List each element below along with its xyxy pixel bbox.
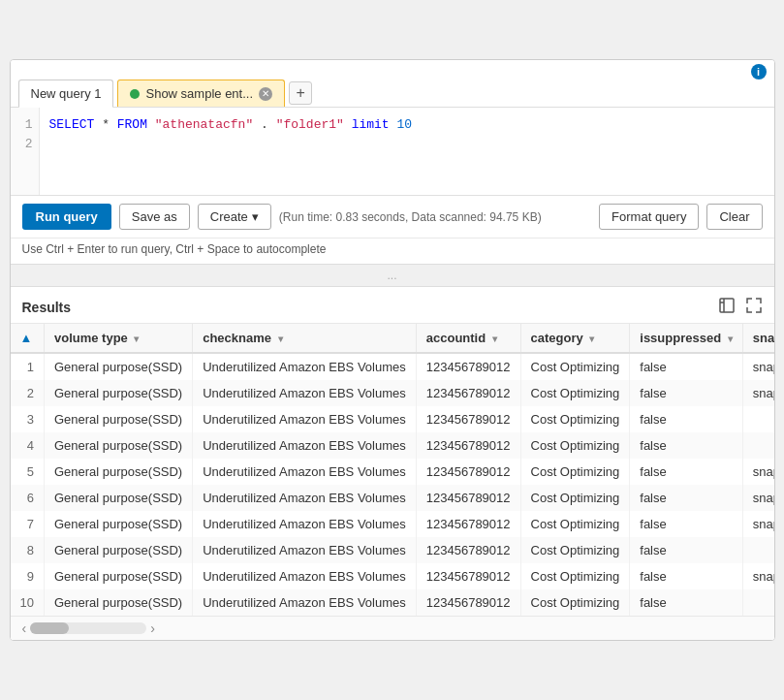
keyword-from: FROM (117, 117, 147, 132)
col-category[interactable]: category ▾ (520, 324, 630, 353)
expand-icon[interactable] (745, 297, 763, 317)
col-accountid[interactable]: accountid ▾ (416, 324, 520, 353)
line-numbers: 1 2 (11, 108, 40, 195)
results-icons (718, 297, 763, 317)
table-header-row: ▲ volume type ▾ checkname ▾ accountid (11, 324, 774, 353)
scroll-left-button[interactable]: ‹ (18, 620, 31, 636)
cell-volume-type-5: General purpose(SSD) (44, 485, 192, 511)
tab-sample[interactable]: Show sample ent... ✕ (117, 80, 285, 107)
tab-new-query-1[interactable]: New query 1 (18, 80, 114, 108)
cell-num-0: 1 (11, 353, 45, 380)
download-icon[interactable] (718, 297, 736, 317)
code-line-2 (49, 135, 765, 154)
run-query-button[interactable]: Run query (22, 204, 111, 230)
cell-volume-type-0: General purpose(SSD) (44, 353, 192, 380)
cell-checkname-3: Underutilized Amazon EBS Volumes (193, 432, 417, 459)
hint-bar: Use Ctrl + Enter to run query, Ctrl + Sp… (11, 239, 774, 264)
col-checkname[interactable]: checkname ▾ (193, 324, 417, 353)
cell-checkname-8: Underutilized Amazon EBS Volumes (193, 563, 417, 589)
cell-volume-type-1: General purpose(SSD) (44, 380, 192, 406)
info-icon[interactable]: i (751, 64, 767, 80)
cell-snapshot-7 (742, 537, 773, 563)
cell-accountid-2: 123456789012 (416, 406, 520, 432)
scroll-right-button[interactable]: › (146, 620, 159, 636)
code-dot: . (261, 117, 268, 132)
line-number-2: 2 (16, 135, 33, 154)
scroll-thumb[interactable] (30, 622, 69, 634)
cell-accountid-1: 123456789012 (416, 380, 520, 406)
cell-volume-type-8: General purpose(SSD) (44, 563, 192, 589)
cell-checkname-0: Underutilized Amazon EBS Volumes (193, 353, 417, 380)
cell-issuppressed-1: false (630, 380, 742, 406)
scroll-bar-row: ‹ › (11, 616, 774, 640)
cell-accountid-4: 123456789012 (416, 459, 520, 485)
code-content[interactable]: SELECT * FROM "athenatacfn" . "folder1" … (40, 108, 774, 195)
cell-checkname-6: Underutilized Amazon EBS Volumes (193, 511, 417, 537)
col-snapshot[interactable]: snapshot ▾ (742, 324, 773, 353)
cell-issuppressed-8: false (630, 563, 742, 589)
hint-text: Use Ctrl + Enter to run query, Ctrl + Sp… (22, 242, 327, 256)
cell-num-7: 8 (11, 537, 45, 563)
category-sort-icon: ▾ (589, 334, 594, 344)
cell-category-5: Cost Optimizing (520, 485, 630, 511)
cell-category-4: Cost Optimizing (520, 459, 630, 485)
cell-snapshot-8: snap-0ff6 (742, 563, 773, 589)
col-volume-type-label: volume type (54, 331, 128, 345)
cell-accountid-7: 123456789012 (416, 537, 520, 563)
query-editor: 1 2 SELECT * FROM "athenatacfn" . "folde… (11, 108, 774, 196)
cell-volume-type-7: General purpose(SSD) (44, 537, 192, 563)
cell-category-3: Cost Optimizing (520, 432, 630, 459)
create-label: Create (210, 209, 248, 224)
table-row: 2 General purpose(SSD) Underutilized Ama… (11, 380, 774, 406)
line-number-1: 1 (16, 115, 33, 135)
scroll-track[interactable] (30, 622, 146, 634)
cell-num-6: 7 (11, 511, 45, 537)
main-container: i New query 1 Show sample ent... ✕ + 1 2… (10, 59, 775, 641)
results-section: Results (11, 287, 774, 640)
col-issuppressed[interactable]: issuppressed ▾ (630, 324, 742, 353)
code-num: 10 (396, 117, 412, 132)
col-issuppressed-label: issuppressed (640, 331, 721, 345)
table-row: 6 General purpose(SSD) Underutilized Ama… (11, 485, 774, 511)
cell-volume-type-3: General purpose(SSD) (44, 432, 192, 459)
cell-checkname-1: Underutilized Amazon EBS Volumes (193, 380, 417, 406)
cell-snapshot-3 (742, 432, 773, 459)
cell-snapshot-4: snap-0ef4 (742, 459, 773, 485)
save-as-button[interactable]: Save as (119, 204, 190, 230)
cell-issuppressed-9: false (630, 589, 742, 616)
cell-num-2: 3 (11, 406, 45, 432)
svg-rect-0 (720, 299, 734, 312)
cell-snapshot-2 (742, 406, 773, 432)
format-query-button[interactable]: Format query (599, 204, 699, 230)
cell-num-9: 10 (11, 589, 45, 616)
cell-volume-type-9: General purpose(SSD) (44, 589, 192, 616)
code-string2: "folder1" (276, 117, 344, 132)
cell-snapshot-0: snap-0d4 (742, 353, 773, 380)
cell-category-1: Cost Optimizing (520, 380, 630, 406)
cell-issuppressed-2: false (630, 406, 742, 432)
cell-checkname-2: Underutilized Amazon EBS Volumes (193, 406, 417, 432)
add-tab-button[interactable]: + (289, 81, 312, 105)
tab-close-button[interactable]: ✕ (259, 87, 272, 101)
code-star: * (102, 117, 117, 132)
create-button[interactable]: Create ▾ (198, 204, 271, 230)
col-sort-icon[interactable]: ▲ (11, 324, 45, 353)
table-row: 3 General purpose(SSD) Underutilized Ama… (11, 406, 774, 432)
cell-checkname-9: Underutilized Amazon EBS Volumes (193, 589, 417, 616)
tab-sample-label: Show sample ent... (145, 86, 253, 101)
tab-new-query-1-label: New query 1 (31, 86, 102, 101)
col-snapshot-label: snapshot (753, 331, 774, 345)
col-volume-type[interactable]: volume type ▾ (44, 324, 192, 353)
clear-button[interactable]: Clear (706, 204, 762, 230)
cell-issuppressed-5: false (630, 485, 742, 511)
table-row: 9 General purpose(SSD) Underutilized Ama… (11, 563, 774, 589)
col-category-label: category (531, 331, 583, 345)
cell-accountid-8: 123456789012 (416, 563, 520, 589)
run-info: (Run time: 0.83 seconds, Data scanned: 9… (279, 210, 591, 224)
table-wrapper: ▲ volume type ▾ checkname ▾ accountid (11, 324, 774, 616)
green-dot-icon (130, 89, 140, 99)
drag-divider[interactable]: ... (11, 264, 774, 287)
tabs-bar: New query 1 Show sample ent... ✕ + (11, 80, 774, 108)
cell-checkname-7: Underutilized Amazon EBS Volumes (193, 537, 417, 563)
cell-category-2: Cost Optimizing (520, 406, 630, 432)
